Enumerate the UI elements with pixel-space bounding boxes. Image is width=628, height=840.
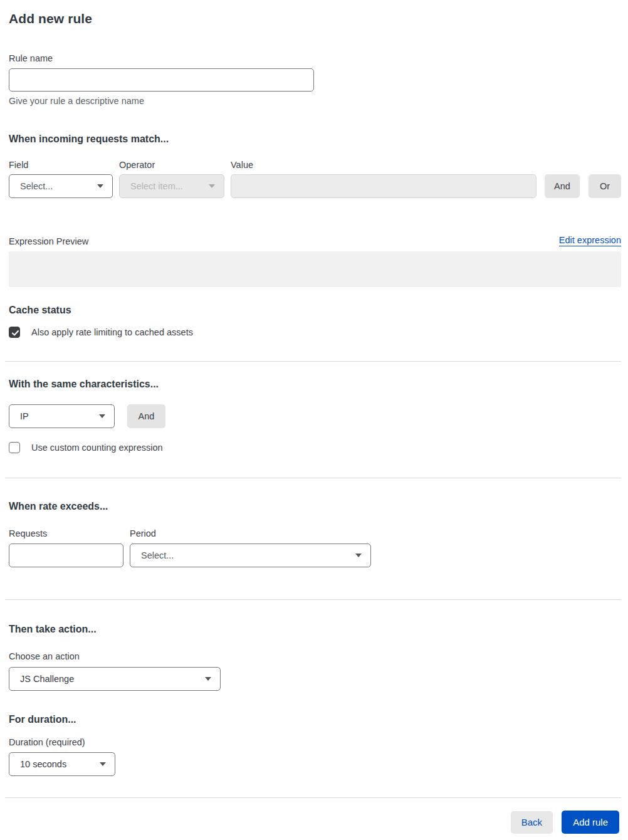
expression-preview-label: Expression Preview bbox=[9, 236, 88, 246]
chevron-down-icon bbox=[205, 677, 211, 681]
section-divider bbox=[5, 478, 621, 478]
chevron-down-icon bbox=[355, 554, 362, 557]
custom-counting-label: Use custom counting expression bbox=[31, 443, 163, 453]
rule-name-helper: Give your rule a descriptive name bbox=[9, 96, 621, 106]
rate-labels-row: Requests Period bbox=[9, 528, 621, 538]
and-button[interactable]: And bbox=[545, 174, 580, 198]
chevron-down-icon bbox=[209, 184, 215, 188]
value-label: Value bbox=[231, 160, 253, 170]
rate-controls-row: Select... bbox=[9, 543, 621, 567]
duration-heading: For duration... bbox=[9, 714, 621, 725]
back-button[interactable]: Back bbox=[511, 811, 553, 834]
rate-heading: When rate exceeds... bbox=[9, 501, 621, 512]
page-title: Add new rule bbox=[9, 0, 621, 26]
field-label: Field bbox=[9, 160, 119, 170]
operator-label: Operator bbox=[119, 160, 231, 170]
match-controls-row: Select... Select item... And Or bbox=[9, 174, 621, 198]
chevron-down-icon bbox=[99, 414, 105, 418]
field-select[interactable]: Select... bbox=[9, 174, 113, 198]
duration-select[interactable]: 10 seconds bbox=[9, 752, 115, 776]
choose-action-label: Choose an action bbox=[9, 651, 621, 661]
action-heading: Then take action... bbox=[9, 624, 621, 635]
operator-select[interactable]: Select item... bbox=[119, 174, 224, 198]
footer-actions: Back Add rule bbox=[9, 811, 621, 834]
action-select-value: JS Challenge bbox=[20, 674, 74, 684]
operator-select-value: Select item... bbox=[130, 181, 183, 191]
period-label: Period bbox=[130, 528, 156, 538]
requests-input[interactable] bbox=[9, 543, 123, 567]
add-rule-form: Add new rule Rule name Give your rule a … bbox=[0, 0, 628, 840]
characteristics-controls-row: IP And bbox=[9, 404, 621, 428]
section-divider bbox=[5, 599, 621, 600]
cached-assets-label: Also apply rate limiting to cached asset… bbox=[31, 327, 193, 337]
value-input[interactable] bbox=[231, 174, 536, 198]
characteristic-select[interactable]: IP bbox=[9, 404, 115, 428]
rule-name-input[interactable] bbox=[9, 68, 314, 92]
period-select-value: Select... bbox=[141, 550, 174, 560]
action-select[interactable]: JS Challenge bbox=[9, 667, 221, 691]
or-button[interactable]: Or bbox=[589, 174, 621, 198]
match-labels-row: Field Operator Value bbox=[9, 160, 621, 170]
expression-preview-row: Expression Preview Edit expression bbox=[9, 235, 621, 246]
custom-counting-checkbox[interactable] bbox=[9, 442, 20, 453]
field-select-value: Select... bbox=[20, 181, 53, 191]
expression-preview-box bbox=[9, 251, 621, 287]
characteristic-select-value: IP bbox=[20, 411, 29, 421]
cache-status-checkbox-row: Also apply rate limiting to cached asset… bbox=[9, 327, 621, 338]
duration-select-value: 10 seconds bbox=[20, 759, 66, 769]
section-divider bbox=[5, 361, 621, 362]
checkmark-icon bbox=[11, 329, 19, 337]
duration-label: Duration (required) bbox=[9, 737, 621, 747]
characteristics-heading: With the same characteristics... bbox=[9, 379, 621, 390]
add-rule-button[interactable]: Add rule bbox=[562, 811, 619, 834]
cached-assets-checkbox[interactable] bbox=[9, 327, 20, 338]
characteristics-and-button[interactable]: And bbox=[127, 404, 165, 428]
chevron-down-icon bbox=[97, 184, 103, 188]
footer-divider bbox=[5, 797, 621, 798]
cache-status-heading: Cache status bbox=[9, 305, 621, 316]
counting-expression-checkbox-row: Use custom counting expression bbox=[9, 442, 621, 453]
rule-name-label: Rule name bbox=[9, 53, 621, 63]
chevron-down-icon bbox=[100, 762, 106, 766]
edit-expression-link[interactable]: Edit expression bbox=[559, 235, 621, 246]
period-select[interactable]: Select... bbox=[130, 543, 371, 567]
match-section-heading: When incoming requests match... bbox=[9, 134, 621, 145]
requests-label: Requests bbox=[9, 528, 130, 538]
